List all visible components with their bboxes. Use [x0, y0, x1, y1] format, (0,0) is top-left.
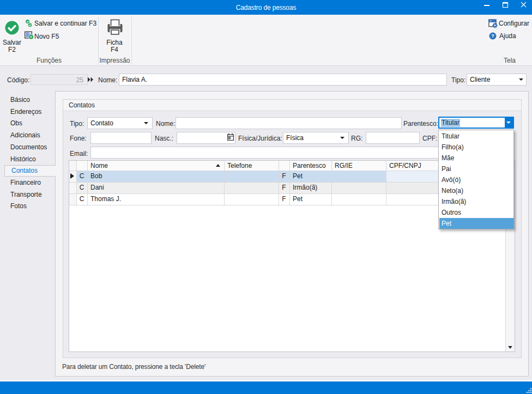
svg-text:?: ?	[491, 33, 494, 39]
